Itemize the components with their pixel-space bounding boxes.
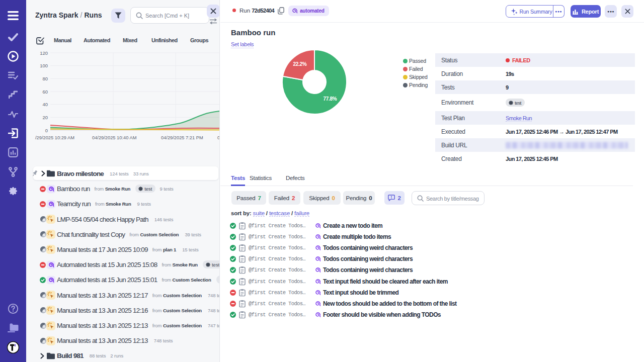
svg-text:04: 04 [217,135,220,140]
svg-text:04/29/2025 7:21 PM: 04/29/2025 7:21 PM [161,135,203,140]
svg-text:120: 120 [40,50,48,56]
svg-text:77.8%: 77.8% [324,96,337,102]
svg-text:100: 100 [40,63,48,68]
svg-text:22.2%: 22.2% [293,61,307,67]
svg-text:0: 0 [45,128,48,133]
svg-text:80: 80 [42,76,48,81]
svg-text:04/29/2025 10:40 AM: 04/29/2025 10:40 AM [92,135,136,140]
svg-text:/29/2025 10:29 AM: /29/2025 10:29 AM [35,135,74,140]
svg-text:60: 60 [42,89,48,95]
svg-text:40: 40 [42,102,48,107]
svg-text:20: 20 [42,115,48,120]
